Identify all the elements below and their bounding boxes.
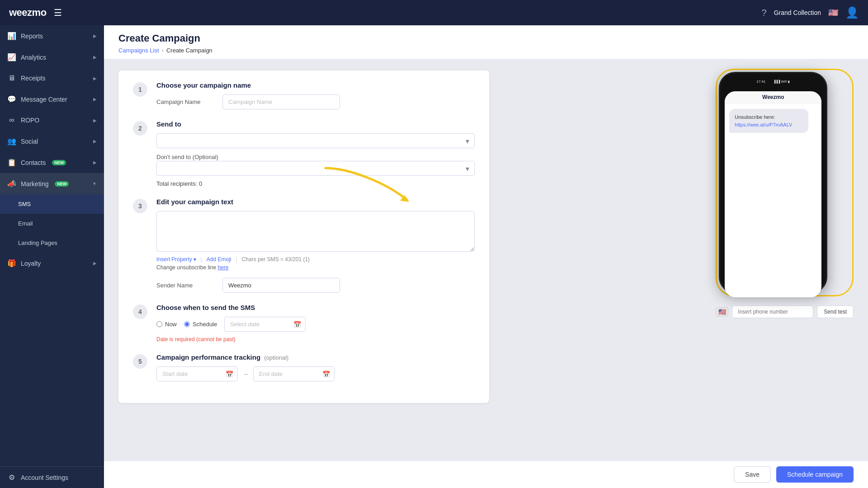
country-flag-button[interactable]: 🇺🇸	[716, 307, 728, 316]
date-range-arrow: →	[242, 371, 249, 378]
arrow-icon: ▶	[93, 76, 97, 81]
sidebar-item-account-settings[interactable]: ⚙ Account Settings	[0, 467, 104, 488]
total-recipients: Total recipients: 0	[156, 180, 475, 187]
help-icon[interactable]: ?	[762, 8, 767, 18]
add-emoji-label: Add Emoji	[207, 256, 231, 263]
main-content: Create Campaign Campaigns List › Create …	[104, 25, 868, 488]
end-date-input[interactable]	[253, 366, 335, 381]
sidebar-item-reports[interactable]: 📊 Reports ▶	[0, 25, 104, 47]
save-button[interactable]: Save	[734, 466, 771, 483]
step-4-circle: 4	[133, 305, 147, 319]
sidebar-item-sms[interactable]: SMS	[0, 194, 104, 214]
step-5-optional: (optional)	[264, 354, 288, 361]
loyalty-icon: 🎁	[7, 259, 16, 267]
step-1-circle: 1	[133, 82, 147, 97]
page-header: Create Campaign Campaigns List › Create …	[104, 25, 868, 60]
sidebar-item-label: Receipts	[21, 75, 45, 82]
campaign-name-row: Campaign Name	[156, 94, 475, 109]
sidebar-item-label: Social	[21, 138, 38, 145]
sidebar-item-message-center[interactable]: 💬 Message Center ▶	[0, 89, 104, 110]
unsubscribe-text: Change unsubscribe line	[156, 264, 217, 271]
sidebar-item-email[interactable]: Email	[0, 214, 104, 233]
sidebar-item-landing-pages[interactable]: Landing Pages	[0, 233, 104, 253]
sidebar-item-marketing[interactable]: 📣 Marketing NEW ▼	[0, 173, 104, 194]
sidebar-item-label: Message Center	[21, 96, 67, 103]
start-date-input[interactable]	[156, 366, 238, 381]
schedule-campaign-button[interactable]: Schedule campaign	[776, 466, 854, 483]
sidebar-item-social[interactable]: 👥 Social ▶	[0, 131, 104, 152]
phone-notch: 17:41 ▐▐▐ WiFi ▮	[753, 79, 793, 89]
receipts-icon: 🖥	[7, 74, 16, 82]
arrow-icon: ▶	[93, 261, 97, 266]
send-test-button[interactable]: Send test	[817, 305, 854, 318]
phone-preview-overlay: 17:41 ▐▐▐ WiFi ▮ Weezmo	[716, 69, 854, 322]
create-campaign-form: 1 Choose your campaign name Campaign Nam…	[118, 70, 489, 403]
unsubscribe-link[interactable]: here	[217, 264, 228, 271]
social-icon: 👥	[7, 137, 16, 145]
add-emoji-button[interactable]: Add Emoji	[207, 256, 231, 263]
toolbar-divider-2: |	[236, 256, 237, 263]
bottom-action-bar: Save Schedule campaign	[104, 460, 868, 488]
step-5-title: Campaign performance tracking (optional)	[156, 353, 475, 361]
unsubscribe-row: Change unsubscribe line here	[156, 264, 475, 271]
toolbar-divider: |	[201, 256, 202, 263]
battery-icon: ▮	[788, 80, 790, 84]
chars-info: Chars per SMS = 43/201 (1)	[242, 256, 310, 263]
page-body: 1 Choose your campaign name Campaign Nam…	[104, 60, 868, 414]
sms-link: https://wee.ai/u/P7mAALV	[735, 122, 792, 127]
now-radio[interactable]	[156, 321, 162, 327]
phone-header: Weezmo	[725, 91, 821, 103]
user-avatar-icon[interactable]: 👤	[845, 6, 859, 19]
arrow-icon: ▶	[93, 139, 97, 144]
logo: weezmo	[9, 7, 47, 19]
sidebar-item-label: Landing Pages	[18, 239, 57, 246]
sidebar-item-receipts[interactable]: 🖥 Receipts ▶	[0, 68, 104, 89]
insert-property-button[interactable]: Insert Property ▾	[156, 256, 196, 263]
step-5-circle: 5	[133, 354, 147, 369]
arrow-icon: ▶	[93, 118, 97, 123]
send-test-row: 🇺🇸 Send test	[716, 302, 854, 322]
now-option[interactable]: Now	[156, 321, 177, 328]
arrow-icon: ▶	[93, 160, 97, 165]
new-badge: NEW	[55, 181, 69, 187]
schedule-date-input[interactable]	[224, 317, 306, 332]
schedule-label: Schedule	[193, 321, 217, 328]
breadcrumb-parent-link[interactable]: Campaigns List	[118, 47, 159, 54]
sidebar-item-label: SMS	[18, 201, 31, 207]
date-input-wrapper: 📅	[224, 317, 306, 332]
send-to-select[interactable]	[156, 133, 475, 148]
sidebar-bottom: ⚙ Account Settings	[0, 466, 104, 488]
campaign-text-input[interactable]	[156, 211, 475, 252]
top-navigation: weezmo ☰ ? Grand Collection 🇺🇸 👤	[0, 0, 868, 25]
new-badge: NEW	[52, 160, 66, 165]
dont-send-select[interactable]	[156, 161, 475, 176]
hamburger-menu-icon[interactable]: ☰	[54, 7, 62, 18]
campaign-name-input[interactable]	[222, 94, 340, 109]
reports-icon: 📊	[7, 32, 16, 40]
sidebar-item-contacts[interactable]: 📋 Contacts NEW ▶	[0, 152, 104, 173]
sidebar-item-label: Reports	[21, 33, 43, 40]
schedule-option[interactable]: Schedule	[184, 321, 217, 328]
phone-container: 17:41 ▐▐▐ WiFi ▮ Weezmo	[716, 69, 854, 296]
sidebar-item-analytics[interactable]: 📈 Analytics ▶	[0, 47, 104, 68]
step-3: 3 Edit your campaign text Insert Propert…	[133, 198, 475, 293]
sender-name-input[interactable]	[222, 278, 340, 293]
now-label: Now	[165, 321, 177, 328]
step-1: 1 Choose your campaign name Campaign Nam…	[133, 81, 475, 109]
step-2: 2 Send to Don't send to (Optional)	[133, 120, 475, 187]
step-1-title: Choose your campaign name	[156, 81, 475, 89]
schedule-radio[interactable]	[184, 321, 190, 327]
breadcrumb-separator: ›	[162, 47, 164, 54]
brand-name: Grand Collection	[774, 9, 821, 16]
arrow-icon: ▶	[93, 33, 97, 38]
step-4-content: Choose when to send the SMS Now Schedule	[156, 304, 475, 343]
arrow-icon: ▶	[93, 97, 97, 102]
sidebar: 📊 Reports ▶ 📈 Analytics ▶ 🖥 Receipts ▶ 💬…	[0, 25, 104, 488]
main-layout: 📊 Reports ▶ 📈 Analytics ▶ 🖥 Receipts ▶ 💬…	[0, 25, 868, 488]
breadcrumb-current: Create Campaign	[166, 47, 212, 54]
sidebar-item-ropo[interactable]: ∞ ROPO ▶	[0, 110, 104, 131]
contacts-icon: 📋	[7, 158, 16, 167]
sidebar-item-label: Analytics	[21, 54, 46, 61]
sidebar-item-loyalty[interactable]: 🎁 Loyalty ▶	[0, 253, 104, 274]
test-phone-input[interactable]	[732, 305, 813, 318]
